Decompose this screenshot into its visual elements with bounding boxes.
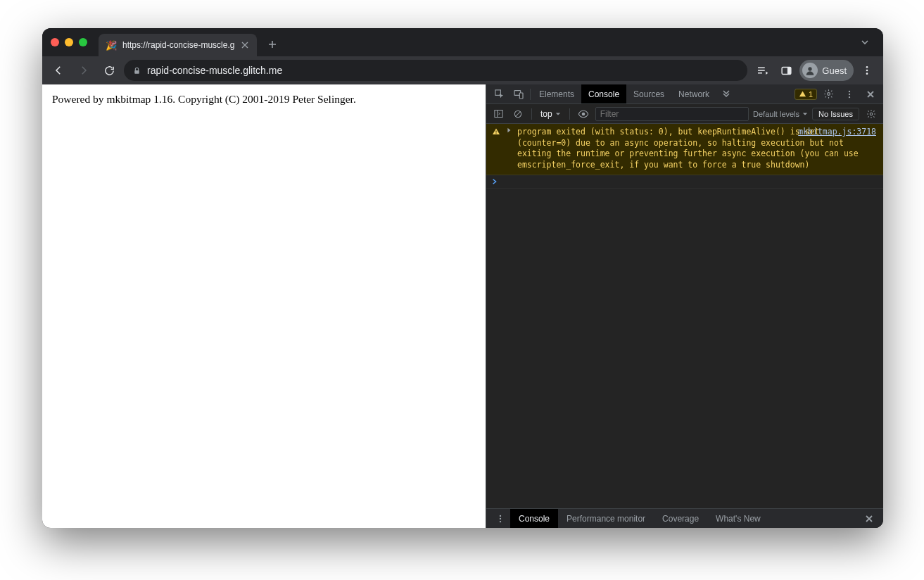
forward-button[interactable] [73,60,94,81]
console-settings-icon[interactable] [863,106,879,122]
svg-rect-21 [496,133,497,134]
tab-favicon-icon: 🎉 [106,39,117,51]
tab-close-icon[interactable] [240,40,250,50]
log-levels-selector[interactable]: Default levels [753,110,808,118]
content-area: Powered by mkbitmap 1.16. Copyright (C) … [42,84,883,528]
profile-label: Guest [822,65,847,76]
avatar-icon [802,63,818,78]
profile-chip[interactable]: Guest [799,60,854,81]
more-tabs-icon[interactable] [716,84,736,104]
back-button[interactable] [48,60,69,81]
svg-point-4 [866,66,868,68]
page-viewport: Powered by mkbitmap 1.16. Copyright (C) … [42,84,486,528]
svg-rect-20 [496,131,497,133]
tab-sources[interactable]: Sources [626,84,671,103]
svg-line-17 [516,111,521,116]
svg-point-3 [809,67,812,70]
svg-point-13 [849,96,850,97]
devtools-panel: Elements Console Sources Network 1 [486,84,883,528]
close-window-button[interactable] [51,38,59,46]
address-bar[interactable]: rapid-concise-muscle.glitch.me [124,60,747,81]
issues-button[interactable]: No Issues [812,108,859,120]
url-text: rapid-concise-muscle.glitch.me [147,65,739,76]
log-levels-label: Default levels [753,110,799,118]
tab-elements[interactable]: Elements [532,84,581,103]
drawer-menu-icon[interactable] [491,509,510,529]
console-message-source-link[interactable]: mkbitmap.js:3718 [798,127,876,137]
window-controls [51,38,87,46]
expand-arrow-icon[interactable] [506,127,513,170]
tab-strip: 🎉 https://rapid-concise-muscle.g [42,28,883,56]
toolbar-right: Guest [752,60,878,81]
svg-point-10 [827,93,830,96]
clear-console-icon[interactable] [510,106,526,122]
live-expression-icon[interactable] [576,106,591,122]
reload-button[interactable] [99,60,120,81]
maximize-window-button[interactable] [79,38,87,46]
prompt-chevron-icon [492,178,498,185]
inspect-element-icon[interactable] [489,84,509,104]
warnings-count: 1 [809,90,813,99]
svg-point-11 [849,90,850,92]
drawer-tab-console[interactable]: Console [510,509,558,528]
warnings-badge[interactable]: 1 [795,89,817,100]
console-sidebar-toggle-icon[interactable] [491,106,506,122]
side-panel-icon[interactable] [776,60,797,81]
device-toolbar-icon[interactable] [509,84,529,104]
console-toolbar: top Default levels No Issues [486,104,883,124]
warning-icon [492,127,502,170]
new-tab-button[interactable] [262,34,282,54]
browser-menu-button[interactable] [856,60,878,81]
console-filter-input[interactable] [595,107,749,121]
tab-title: https://rapid-concise-muscle.g [122,40,234,50]
svg-point-22 [500,515,501,516]
console-output[interactable]: program exited (with status: 0), but kee… [486,124,883,508]
svg-point-24 [500,520,501,522]
svg-rect-14 [494,111,502,118]
media-control-icon[interactable] [752,60,773,81]
page-text: Powered by mkbitmap 1.16. Copyright (C) … [52,93,476,106]
devtools-drawer: Console Performance monitor Coverage Wha… [486,508,883,528]
console-context-label: top [540,109,552,119]
svg-point-23 [500,517,501,519]
svg-point-18 [581,112,585,115]
tab-network[interactable]: Network [671,84,716,103]
console-message-warning[interactable]: program exited (with status: 0), but kee… [486,124,883,175]
minimize-window-button[interactable] [65,38,73,46]
devtools-close-icon[interactable] [861,84,880,104]
svg-point-19 [870,113,873,115]
console-input-prompt[interactable] [486,175,883,189]
browser-toolbar: rapid-concise-muscle.glitch.me Guest [42,56,883,84]
drawer-tab-whats-new[interactable]: What's New [707,509,769,528]
devtools-tabbar: Elements Console Sources Network 1 [486,84,883,104]
tab-console[interactable]: Console [581,84,626,103]
lock-icon[interactable] [132,66,141,75]
browser-tab[interactable]: 🎉 https://rapid-concise-muscle.g [99,34,257,56]
svg-rect-9 [519,93,523,99]
devtools-menu-icon[interactable] [840,84,859,104]
console-filter-field[interactable] [600,109,744,119]
svg-rect-0 [134,70,139,73]
browser-window: 🎉 https://rapid-concise-muscle.g [42,28,883,528]
chevron-down-icon [802,111,808,117]
svg-point-6 [866,72,868,75]
drawer-tab-coverage[interactable]: Coverage [654,509,707,528]
tabs-dropdown-button[interactable] [855,32,875,52]
svg-point-12 [849,93,850,94]
drawer-close-icon[interactable] [859,509,879,529]
devtools-settings-icon[interactable] [818,84,838,104]
drawer-tab-performance-monitor[interactable]: Performance monitor [558,509,654,528]
svg-rect-2 [787,67,791,74]
chevron-down-icon [555,111,561,117]
svg-point-5 [866,70,868,72]
console-context-selector[interactable]: top [538,106,564,122]
